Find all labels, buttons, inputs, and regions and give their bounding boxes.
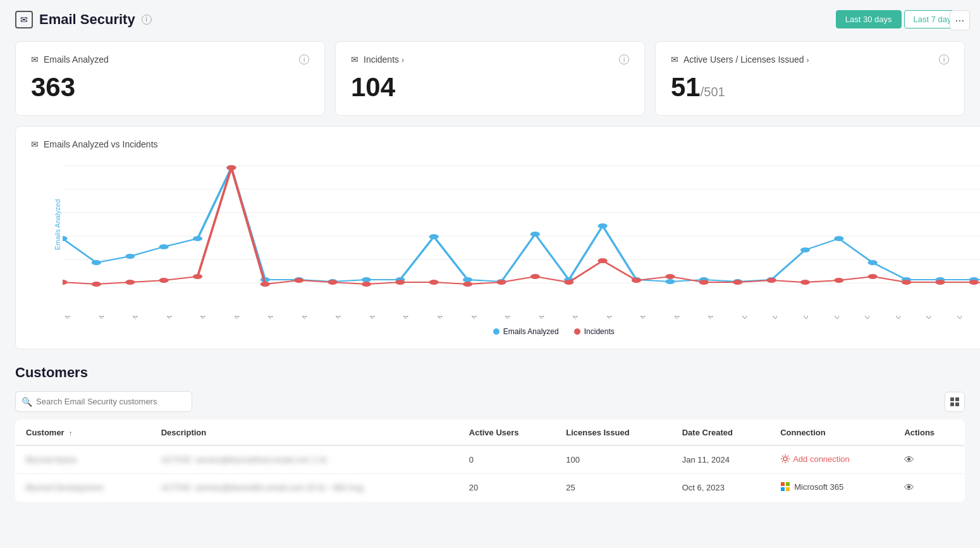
ms365-icon bbox=[780, 482, 790, 492]
svg-point-19 bbox=[92, 260, 101, 265]
x-label-22: Dec 2, 2024 bbox=[771, 316, 797, 320]
x-label-3: Nov 13, 2024 bbox=[132, 316, 160, 320]
view-customer-button[interactable]: 👁 bbox=[904, 482, 914, 494]
emails-analyzed-info-icon[interactable]: i bbox=[299, 54, 309, 65]
x-label-25: Dec 5, 2024 bbox=[864, 316, 890, 320]
customers-title: Customers bbox=[15, 364, 965, 381]
svg-point-56 bbox=[328, 280, 337, 285]
svg-point-49 bbox=[92, 282, 101, 287]
svg-point-34 bbox=[598, 223, 608, 228]
svg-point-75 bbox=[969, 280, 979, 285]
legend-incidents: Incidents bbox=[574, 327, 615, 336]
incidents-info-icon[interactable]: i bbox=[619, 54, 629, 65]
chart-svg: 0 10 20 30 40 50 0 10 20 30 40 50 bbox=[63, 159, 980, 311]
y-left-label: Emails Analyzed bbox=[54, 199, 61, 250]
x-label-15: Nov 25, 2024 bbox=[538, 316, 567, 320]
x-label-7: Nov 17, 2024 bbox=[267, 316, 295, 320]
x-label-10: Nov 20, 2024 bbox=[369, 316, 397, 320]
active-users-info-icon[interactable]: i bbox=[939, 54, 949, 65]
svg-point-18 bbox=[63, 236, 68, 241]
table-row: Blurred Name ACTIVE: service@blurredhost… bbox=[16, 445, 965, 474]
time-controls: Last 30 days Last 7 days bbox=[836, 10, 965, 28]
x-label-11: Nov 21, 2024 bbox=[402, 316, 431, 320]
emails-analyzed-card: ✉ Emails Analyzed i 363 bbox=[15, 41, 325, 116]
x-label-21: Dec 1, 2024 bbox=[741, 316, 767, 320]
stats-row: ✉ Emails Analyzed i 363 ✉ Incidents › i … bbox=[15, 41, 965, 116]
col-actions: Actions bbox=[894, 420, 964, 446]
customer-description: ACTIVE: service@blurredhost.email.com 1 … bbox=[151, 445, 459, 474]
svg-point-74 bbox=[935, 280, 945, 285]
customer-active-users: 20 bbox=[459, 474, 556, 502]
customer-description: ACTIVE: service@blurredfm.email.com 20 l… bbox=[151, 474, 459, 502]
svg-rect-86 bbox=[786, 487, 790, 491]
x-label-24: Dec 4, 2024 bbox=[833, 316, 859, 320]
x-label-18: Nov 28, 2024 bbox=[639, 316, 668, 320]
legend-incidents-dot bbox=[574, 328, 580, 335]
incidents-card: ✉ Incidents › i 104 bbox=[335, 41, 645, 116]
grid-icon bbox=[950, 397, 960, 407]
x-label-17: Nov 27, 2024 bbox=[606, 316, 634, 320]
svg-point-65 bbox=[632, 278, 641, 283]
ms365-label: Microsoft 365 bbox=[794, 482, 843, 492]
gear-icon bbox=[780, 454, 790, 464]
svg-point-66 bbox=[665, 274, 675, 279]
customers-section: Customers 🔍 Customer ↑ bbox=[15, 364, 965, 502]
svg-point-29 bbox=[429, 234, 439, 239]
svg-point-82 bbox=[783, 457, 787, 461]
card-email-icon: ✉ bbox=[31, 54, 39, 65]
active-users-link[interactable]: Active Users / Licenses Issued › bbox=[683, 54, 809, 65]
incidents-value: 104 bbox=[351, 72, 629, 103]
svg-point-64 bbox=[598, 258, 608, 263]
svg-point-68 bbox=[733, 280, 742, 285]
search-input[interactable] bbox=[15, 391, 192, 412]
active-users-chevron: › bbox=[807, 56, 809, 65]
svg-point-70 bbox=[800, 280, 810, 285]
svg-point-58 bbox=[395, 280, 405, 285]
svg-point-20 bbox=[125, 254, 135, 259]
incidents-link[interactable]: Incidents › bbox=[364, 54, 404, 65]
customer-name: Blurred Development bbox=[16, 474, 151, 502]
svg-point-22 bbox=[193, 236, 202, 241]
svg-point-59 bbox=[429, 280, 439, 285]
svg-point-50 bbox=[125, 280, 135, 285]
view-customer-button[interactable]: 👁 bbox=[904, 454, 914, 466]
x-label-26: Dec 6, 2024 bbox=[895, 316, 921, 320]
search-icon: 🔍 bbox=[21, 397, 32, 407]
customer-connection: Microsoft 365 bbox=[770, 474, 894, 502]
customer-name: Blurred Name bbox=[16, 445, 151, 474]
svg-point-62 bbox=[530, 274, 540, 279]
customer-actions: 👁 bbox=[894, 445, 964, 474]
grid-view-button[interactable] bbox=[945, 392, 965, 412]
customer-date-created: Oct 6, 2023 bbox=[672, 474, 770, 502]
more-menu-button[interactable]: ··· bbox=[950, 10, 970, 30]
svg-rect-78 bbox=[950, 397, 954, 401]
x-label-4: Nov 14, 2024 bbox=[166, 316, 194, 320]
svg-point-54 bbox=[260, 282, 270, 287]
x-label-27: Dec 7, 2024 bbox=[925, 316, 951, 320]
x-label-16: Nov 26, 2024 bbox=[572, 316, 600, 320]
page-header: ✉ Email Security i Last 30 days Last 7 d… bbox=[15, 10, 965, 28]
customer-actions: 👁 bbox=[894, 474, 964, 502]
col-licenses-issued: Licenses Issued bbox=[556, 420, 672, 446]
svg-point-21 bbox=[159, 244, 169, 249]
legend-emails-dot bbox=[493, 328, 499, 335]
x-label-20: Nov 30, 2024 bbox=[707, 316, 735, 320]
emails-analyzed-value: 363 bbox=[31, 72, 309, 103]
add-connection-link[interactable]: Add connection bbox=[793, 454, 850, 464]
title-info-icon[interactable]: i bbox=[142, 15, 152, 25]
x-label-5: Nov 15, 2024 bbox=[199, 316, 228, 320]
svg-point-51 bbox=[159, 278, 169, 283]
svg-rect-81 bbox=[955, 402, 959, 406]
col-active-users: Active Users bbox=[459, 420, 556, 446]
emails-analyzed-title: Emails Analyzed bbox=[44, 54, 109, 65]
sort-arrow: ↑ bbox=[69, 430, 72, 437]
svg-point-53 bbox=[226, 165, 236, 170]
x-label-23: Dec 3, 2024 bbox=[802, 316, 828, 320]
x-label-9: Nov 19, 2024 bbox=[334, 316, 363, 320]
x-label-1: Nov 11, 2024 bbox=[64, 316, 92, 320]
svg-point-72 bbox=[868, 274, 878, 279]
customer-date-created: Jan 11, 2024 bbox=[672, 445, 770, 474]
last-30-days-button[interactable]: Last 30 days bbox=[836, 10, 902, 28]
svg-rect-85 bbox=[781, 487, 785, 491]
col-connection: Connection bbox=[770, 420, 894, 446]
